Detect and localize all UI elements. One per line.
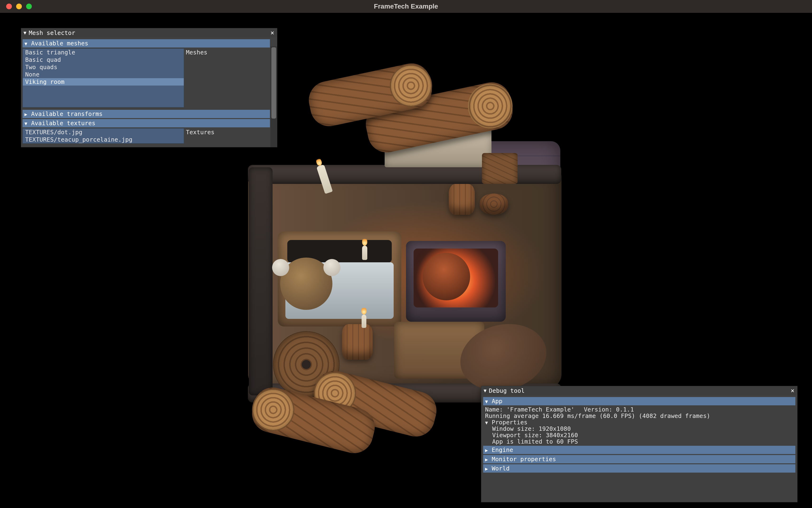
panel-title: Mesh selector [29,30,268,36]
section-app[interactable]: App [483,397,795,405]
barrel-top [480,194,508,215]
section-available-textures[interactable]: Available textures [22,119,270,127]
app-viewport-size-text: Viewport size: 3840x2160 [483,432,795,438]
app-properties-node[interactable]: Properties [483,419,795,426]
tree-node-label: Properties [492,419,528,425]
section-label: App [492,398,503,404]
candle [362,314,366,328]
panel-scrollbar[interactable] [271,46,277,147]
app-name-version-row: Name: 'FrameTech Example' Version: 0.1.1 [483,406,795,413]
mesh-item[interactable]: Basic triangle [23,49,184,56]
barrel [449,184,475,215]
chevron-right-icon [485,465,489,471]
mesh-listbox[interactable]: Basic triangle Basic quad Two quads None… [22,48,184,108]
collapse-panel-icon[interactable] [23,30,27,35]
texture-item[interactable]: TEXTURES/dot.jpg [23,129,184,136]
section-label: Available meshes [31,40,88,46]
listbox-spacer [23,86,184,107]
viewport[interactable]: Mesh selector × Available meshes Basic t… [0,13,812,508]
section-available-transforms[interactable]: Available transforms [22,110,270,118]
meshes-columns: Basic triangle Basic quad Two quads None… [22,48,270,109]
section-available-meshes[interactable]: Available meshes [22,39,270,47]
app-window: FrameTech Example [0,0,812,508]
close-panel-icon[interactable]: × [791,387,795,394]
scene-viking-room [242,55,567,426]
window-controls [6,4,32,9]
app-name-text: Name: 'FrameTech Example' [485,407,584,413]
texture-right-column: Textures [184,128,270,136]
chevron-down-icon [485,398,489,404]
titlebar[interactable]: FrameTech Example [0,0,812,13]
chevron-right-icon [485,456,489,462]
app-window-size-text: Window size: 1920x1080 [483,426,795,432]
app-running-average-text: Running average 16.669 ms/frame (60.0 FP… [483,413,795,419]
section-label: World [492,465,510,471]
mesh-right-column: Meshes [184,48,270,56]
section-label: Engine [492,447,513,453]
candle [362,246,367,260]
viking-helmet [280,258,332,310]
section-label: Available textures [31,120,95,126]
zoom-window-button[interactable] [26,4,32,9]
cauldron [423,253,470,300]
column-heading: Textures [186,129,268,135]
collapse-panel-icon[interactable] [484,388,486,393]
debug-tool-panel[interactable]: Debug tool × App Name: 'FrameTech Exampl… [481,386,798,502]
panel-title: Debug tool [489,388,788,394]
log-end-icon [464,80,517,133]
texture-listbox[interactable]: TEXTURES/dot.jpg TEXTURES/teacup_porcela… [22,128,184,143]
app-version-text: Version: 0.1.1 [584,407,634,413]
panel-body: App Name: 'FrameTech Example' Version: 0… [481,395,797,502]
section-monitor-properties[interactable]: Monitor properties [483,455,795,463]
texture-list-column: TEXTURES/dot.jpg TEXTURES/teacup_porcela… [22,128,184,145]
mesh-item[interactable]: Two quads [23,64,184,71]
chevron-down-icon [25,120,29,126]
chevron-right-icon [485,447,489,453]
close-panel-icon[interactable]: × [271,30,274,36]
section-label: Monitor properties [492,456,556,462]
barrel [342,324,373,360]
section-label: Available transforms [31,111,103,117]
mesh-item-selected[interactable]: Viking room [23,78,184,86]
chevron-down-icon [485,419,489,425]
minimize-window-button[interactable] [16,4,22,9]
chevron-right-icon [25,111,29,117]
scrollbar-thumb[interactable] [271,47,276,119]
close-window-button[interactable] [6,4,12,9]
mesh-list-column: Basic triangle Basic quad Two quads None… [22,48,184,109]
panel-titlebar[interactable]: Mesh selector × [21,28,277,37]
crate [482,153,518,184]
mesh-selector-panel[interactable]: Mesh selector × Available meshes Basic t… [21,28,277,147]
window-title: FrameTech Example [0,3,812,10]
panel-body: Available meshes Basic triangle Basic qu… [21,37,277,147]
column-heading: Meshes [186,49,268,55]
texture-item[interactable]: TEXTURES/teacup_porcelaine.jpg [23,136,184,143]
chevron-down-icon [25,40,29,46]
mesh-item[interactable]: Basic quad [23,56,184,64]
left-post [249,167,273,395]
section-world[interactable]: World [483,464,795,473]
mesh-item[interactable]: None [23,71,184,78]
app-fps-limit-text: App is limited to 60 FPS [483,438,795,445]
textures-columns: TEXTURES/dot.jpg TEXTURES/teacup_porcela… [22,128,270,145]
panel-titlebar[interactable]: Debug tool × [481,386,797,395]
section-engine[interactable]: Engine [483,446,795,454]
